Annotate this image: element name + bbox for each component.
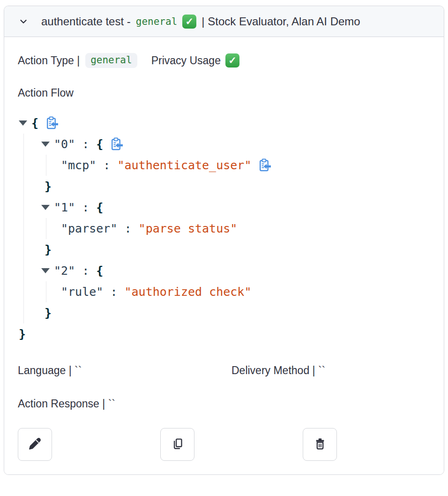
clipboard-copy-icon[interactable] [46, 116, 59, 130]
json-object-open-row: 0 { [41, 134, 430, 155]
action-type-badge: general [85, 53, 137, 68]
json-string-value: parse status [139, 222, 238, 235]
expander-title: authenticate test - general ✓ | Stock Ev… [41, 15, 360, 29]
json-key: mcp [61, 158, 96, 172]
privacy-usage: Privacy Usage ✓ [151, 53, 239, 68]
copy-button[interactable] [160, 428, 194, 461]
copy-icon [171, 437, 184, 451]
triangle-collapse-icon[interactable] [41, 268, 50, 273]
json-string-value: authorized check [125, 285, 252, 299]
action-buttons-row [18, 428, 430, 461]
action-type-label: Action Type | [18, 54, 80, 67]
title-prefix: authenticate test - [41, 15, 131, 28]
action-flow-json-tree: { 0 { [19, 113, 430, 345]
json-close-brace: } [19, 327, 26, 341]
json-object-children: rule authorized check [46, 281, 430, 302]
action-expander-card: authenticate test - general ✓ | Stock Ev… [4, 6, 444, 475]
json-object-open-row: 2 { [41, 260, 430, 281]
meta-row: Action Type | general Privacy Usage ✓ [18, 53, 430, 68]
json-group-0: 0 { mcp authenticate_user [41, 134, 430, 197]
json-object-close-row: } [45, 302, 430, 323]
triangle-collapse-icon[interactable] [41, 205, 50, 210]
json-colon [75, 201, 96, 214]
json-open-brace: { [31, 116, 38, 130]
json-root-close-row: } [19, 323, 430, 345]
json-kv-row: rule authorized check [61, 281, 430, 302]
check-emoji: ✓ [182, 15, 196, 29]
json-group-1: 1 { parser parse status } [41, 197, 430, 260]
json-string-value: authenticate_user [117, 158, 251, 172]
pencil-icon [29, 437, 41, 451]
language-label: Language | `` [18, 364, 217, 377]
fields-row: Language | `` Delivery Method | `` [18, 364, 430, 377]
clipboard-copy-icon[interactable] [259, 158, 271, 172]
json-group-2: 2 { rule authorized check } [41, 260, 430, 323]
json-colon [75, 264, 96, 278]
json-kv-row: parser parse status [61, 218, 430, 239]
json-close-brace: } [45, 243, 52, 256]
title-suffix: | Stock Evaluator, Alan AI Demo [202, 15, 360, 28]
json-root-children: 0 { mcp authenticate_user [23, 134, 430, 323]
check-emoji: ✓ [225, 53, 239, 68]
triangle-collapse-icon[interactable] [41, 142, 50, 147]
json-object-children: mcp authenticate_user [46, 155, 430, 176]
expander-header[interactable]: authenticate test - general ✓ | Stock Ev… [4, 6, 444, 37]
json-close-brace: } [45, 180, 52, 193]
json-colon [117, 222, 138, 235]
expander-body: Action Type | general Privacy Usage ✓ Ac… [4, 37, 444, 474]
json-open-brace: { [96, 137, 103, 151]
json-key: parser [61, 222, 117, 235]
delete-button[interactable] [303, 428, 337, 461]
json-key: 2 [54, 264, 75, 278]
json-key: 0 [54, 137, 75, 151]
edit-button[interactable] [18, 428, 52, 461]
privacy-label: Privacy Usage [151, 54, 221, 67]
title-code: general [136, 16, 178, 27]
json-open-brace: { [96, 201, 103, 214]
action-flow-label: Action Flow [18, 87, 430, 99]
json-kv-row: mcp authenticate_user [61, 155, 430, 176]
action-response-label: Action Response | `` [18, 398, 430, 410]
json-colon [75, 137, 96, 151]
chevron-down-icon[interactable] [18, 16, 29, 27]
json-key: 1 [54, 201, 75, 214]
delivery-method-label: Delivery Method | `` [231, 364, 430, 377]
json-object-close-row: } [45, 239, 430, 260]
json-colon [103, 285, 124, 299]
clipboard-copy-icon[interactable] [111, 137, 123, 151]
trash-icon [314, 437, 326, 452]
json-key: rule [61, 285, 103, 299]
json-close-brace: } [45, 306, 52, 320]
json-open-brace: { [96, 264, 103, 278]
json-object-children: parser parse status [46, 218, 430, 239]
json-root-open-row: { [19, 113, 430, 134]
json-object-open-row: 1 { [41, 197, 430, 218]
triangle-collapse-icon[interactable] [19, 120, 27, 126]
json-colon [96, 158, 117, 172]
json-object-close-row: } [45, 176, 430, 197]
